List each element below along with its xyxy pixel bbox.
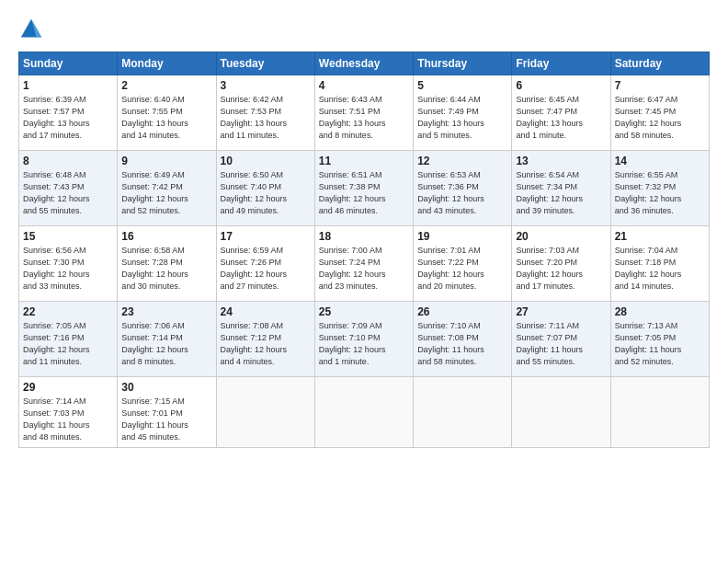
day-info: Sunrise: 6:54 AM Sunset: 7:34 PM Dayligh… — [516, 169, 606, 217]
day-info: Sunrise: 7:04 AM Sunset: 7:18 PM Dayligh… — [615, 245, 705, 293]
day-number: 11 — [319, 155, 409, 167]
day-info: Sunrise: 7:11 AM Sunset: 7:07 PM Dayligh… — [516, 320, 606, 368]
calendar-cell: 28Sunrise: 7:13 AM Sunset: 7:05 PM Dayli… — [610, 302, 709, 377]
day-info: Sunrise: 7:13 AM Sunset: 7:05 PM Dayligh… — [615, 320, 705, 368]
calendar-cell: 27Sunrise: 7:11 AM Sunset: 7:07 PM Dayli… — [512, 302, 610, 377]
day-info: Sunrise: 6:40 AM Sunset: 7:55 PM Dayligh… — [121, 94, 211, 142]
calendar-cell: 2Sunrise: 6:40 AM Sunset: 7:55 PM Daylig… — [118, 75, 216, 151]
calendar-cell: 16Sunrise: 6:58 AM Sunset: 7:28 PM Dayli… — [118, 226, 216, 302]
day-info: Sunrise: 6:53 AM Sunset: 7:36 PM Dayligh… — [417, 169, 507, 217]
day-number: 21 — [615, 230, 705, 243]
day-number: 20 — [516, 230, 606, 243]
day-info: Sunrise: 7:14 AM Sunset: 7:03 PM Dayligh… — [23, 396, 113, 443]
day-info: Sunrise: 6:48 AM Sunset: 7:43 PM Dayligh… — [23, 169, 113, 217]
col-header-saturday: Saturday — [610, 52, 709, 75]
col-header-thursday: Thursday — [414, 52, 512, 75]
day-number: 6 — [516, 79, 606, 92]
day-number: 1 — [23, 79, 113, 92]
day-info: Sunrise: 7:01 AM Sunset: 7:22 PM Dayligh… — [417, 245, 507, 293]
day-number: 14 — [615, 155, 705, 167]
day-number: 2 — [121, 79, 211, 92]
day-number: 25 — [319, 305, 409, 318]
day-info: Sunrise: 6:39 AM Sunset: 7:57 PM Dayligh… — [23, 94, 113, 142]
day-number: 10 — [221, 155, 311, 167]
calendar-cell: 11Sunrise: 6:51 AM Sunset: 7:38 PM Dayli… — [314, 151, 413, 226]
calendar-cell — [414, 377, 512, 448]
calendar-cell: 20Sunrise: 7:03 AM Sunset: 7:20 PM Dayli… — [512, 226, 610, 302]
col-header-friday: Friday — [512, 52, 610, 75]
calendar-cell — [610, 377, 709, 448]
day-info: Sunrise: 7:10 AM Sunset: 7:08 PM Dayligh… — [417, 320, 507, 368]
day-info: Sunrise: 7:05 AM Sunset: 7:16 PM Dayligh… — [23, 320, 113, 368]
day-number: 13 — [516, 155, 606, 167]
day-info: Sunrise: 7:09 AM Sunset: 7:10 PM Dayligh… — [319, 320, 409, 368]
day-info: Sunrise: 6:55 AM Sunset: 7:32 PM Dayligh… — [615, 169, 705, 217]
calendar-cell: 5Sunrise: 6:44 AM Sunset: 7:49 PM Daylig… — [414, 75, 512, 151]
calendar-cell: 3Sunrise: 6:42 AM Sunset: 7:53 PM Daylig… — [216, 75, 314, 151]
header — [18, 17, 710, 42]
calendar-cell: 9Sunrise: 6:49 AM Sunset: 7:42 PM Daylig… — [118, 151, 216, 226]
calendar-cell: 17Sunrise: 6:59 AM Sunset: 7:26 PM Dayli… — [216, 226, 314, 302]
day-info: Sunrise: 7:00 AM Sunset: 7:24 PM Dayligh… — [319, 245, 409, 293]
day-info: Sunrise: 6:42 AM Sunset: 7:53 PM Dayligh… — [221, 94, 311, 142]
day-info: Sunrise: 6:50 AM Sunset: 7:40 PM Dayligh… — [221, 169, 311, 217]
calendar-cell: 18Sunrise: 7:00 AM Sunset: 7:24 PM Dayli… — [314, 226, 413, 302]
calendar-cell: 8Sunrise: 6:48 AM Sunset: 7:43 PM Daylig… — [19, 151, 118, 226]
day-number: 9 — [121, 155, 211, 167]
day-info: Sunrise: 6:49 AM Sunset: 7:42 PM Dayligh… — [121, 169, 211, 217]
day-number: 17 — [221, 230, 311, 243]
logo-icon — [18, 17, 44, 42]
day-info: Sunrise: 6:45 AM Sunset: 7:47 PM Dayligh… — [516, 94, 606, 142]
calendar-cell: 13Sunrise: 6:54 AM Sunset: 7:34 PM Dayli… — [512, 151, 610, 226]
calendar-cell — [314, 377, 413, 448]
calendar-table: SundayMondayTuesdayWednesdayThursdayFrid… — [18, 52, 710, 448]
calendar-cell: 15Sunrise: 6:56 AM Sunset: 7:30 PM Dayli… — [19, 226, 118, 302]
calendar-cell: 21Sunrise: 7:04 AM Sunset: 7:18 PM Dayli… — [610, 226, 709, 302]
day-number: 16 — [121, 230, 211, 243]
calendar-cell: 6Sunrise: 6:45 AM Sunset: 7:47 PM Daylig… — [512, 75, 610, 151]
day-number: 19 — [417, 230, 507, 243]
calendar-cell: 24Sunrise: 7:08 AM Sunset: 7:12 PM Dayli… — [216, 302, 314, 377]
day-number: 3 — [221, 79, 311, 92]
day-number: 8 — [23, 155, 113, 167]
col-header-monday: Monday — [118, 52, 216, 75]
day-number: 12 — [417, 155, 507, 167]
calendar-cell: 7Sunrise: 6:47 AM Sunset: 7:45 PM Daylig… — [610, 75, 709, 151]
day-number: 7 — [615, 79, 705, 92]
day-number: 30 — [121, 381, 211, 394]
day-number: 28 — [615, 305, 705, 318]
calendar-cell: 22Sunrise: 7:05 AM Sunset: 7:16 PM Dayli… — [19, 302, 118, 377]
calendar-cell: 29Sunrise: 7:14 AM Sunset: 7:03 PM Dayli… — [19, 377, 118, 448]
calendar-cell: 19Sunrise: 7:01 AM Sunset: 7:22 PM Dayli… — [414, 226, 512, 302]
calendar-cell — [216, 377, 314, 448]
day-info: Sunrise: 6:56 AM Sunset: 7:30 PM Dayligh… — [23, 245, 113, 293]
calendar-cell: 10Sunrise: 6:50 AM Sunset: 7:40 PM Dayli… — [216, 151, 314, 226]
calendar-cell: 25Sunrise: 7:09 AM Sunset: 7:10 PM Dayli… — [314, 302, 413, 377]
day-number: 24 — [221, 305, 311, 318]
day-info: Sunrise: 6:44 AM Sunset: 7:49 PM Dayligh… — [417, 94, 507, 142]
day-info: Sunrise: 6:59 AM Sunset: 7:26 PM Dayligh… — [221, 245, 311, 293]
day-info: Sunrise: 7:06 AM Sunset: 7:14 PM Dayligh… — [121, 320, 211, 368]
day-info: Sunrise: 6:43 AM Sunset: 7:51 PM Dayligh… — [319, 94, 409, 142]
col-header-tuesday: Tuesday — [216, 52, 314, 75]
calendar-cell: 14Sunrise: 6:55 AM Sunset: 7:32 PM Dayli… — [610, 151, 709, 226]
page: SundayMondayTuesdayWednesdayThursdayFrid… — [0, 0, 728, 563]
day-number: 22 — [23, 305, 113, 318]
calendar-cell — [512, 377, 610, 448]
col-header-wednesday: Wednesday — [314, 52, 413, 75]
calendar-cell: 12Sunrise: 6:53 AM Sunset: 7:36 PM Dayli… — [414, 151, 512, 226]
day-number: 23 — [121, 305, 211, 318]
day-number: 29 — [23, 381, 113, 394]
day-number: 15 — [23, 230, 113, 243]
day-number: 26 — [417, 305, 507, 318]
calendar-cell: 30Sunrise: 7:15 AM Sunset: 7:01 PM Dayli… — [118, 377, 216, 448]
calendar-cell: 1Sunrise: 6:39 AM Sunset: 7:57 PM Daylig… — [19, 75, 118, 151]
logo — [18, 17, 48, 42]
day-info: Sunrise: 6:47 AM Sunset: 7:45 PM Dayligh… — [615, 94, 705, 142]
day-number: 27 — [516, 305, 606, 318]
day-info: Sunrise: 7:03 AM Sunset: 7:20 PM Dayligh… — [516, 245, 606, 293]
day-info: Sunrise: 7:08 AM Sunset: 7:12 PM Dayligh… — [221, 320, 311, 368]
calendar-cell: 4Sunrise: 6:43 AM Sunset: 7:51 PM Daylig… — [314, 75, 413, 151]
day-number: 4 — [319, 79, 409, 92]
col-header-sunday: Sunday — [19, 52, 118, 75]
